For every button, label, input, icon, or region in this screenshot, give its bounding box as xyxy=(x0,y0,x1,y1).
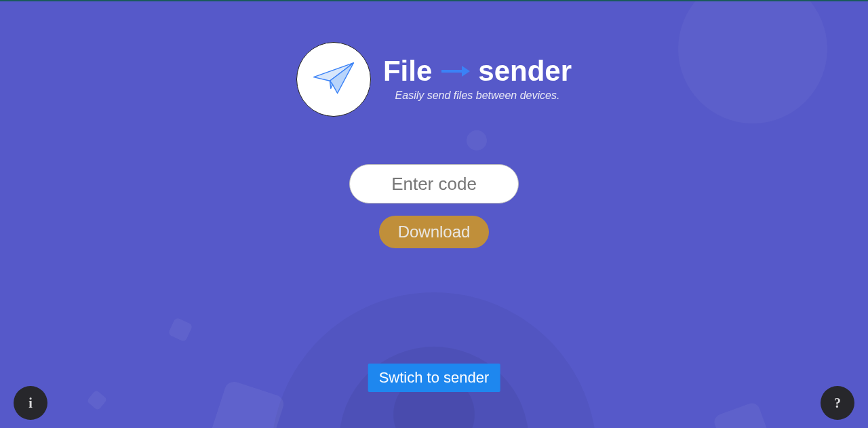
logo-circle xyxy=(296,42,371,117)
code-input[interactable] xyxy=(349,164,519,203)
bg-decoration xyxy=(712,401,773,428)
main-container: File sender Easily send files between de… xyxy=(0,1,868,248)
switch-to-sender-button[interactable]: Swtich to sender xyxy=(368,364,500,392)
logo-text: File sender Easily send files between de… xyxy=(383,57,572,102)
paper-plane-icon xyxy=(310,54,357,104)
download-button[interactable]: Download xyxy=(379,216,490,248)
help-button[interactable]: ? xyxy=(821,386,854,420)
tagline: Easily send files between devices. xyxy=(383,90,572,102)
svg-marker-4 xyxy=(462,66,470,77)
app-title: File sender xyxy=(383,57,572,85)
logo-row: File sender Easily send files between de… xyxy=(296,42,572,117)
info-button[interactable]: i xyxy=(14,386,47,420)
arrow-right-icon xyxy=(440,64,470,78)
bg-decoration xyxy=(209,379,285,428)
bg-decoration xyxy=(167,317,193,342)
bg-decoration xyxy=(87,390,108,411)
title-word-2: sender xyxy=(478,57,572,85)
title-word-1: File xyxy=(383,57,432,85)
